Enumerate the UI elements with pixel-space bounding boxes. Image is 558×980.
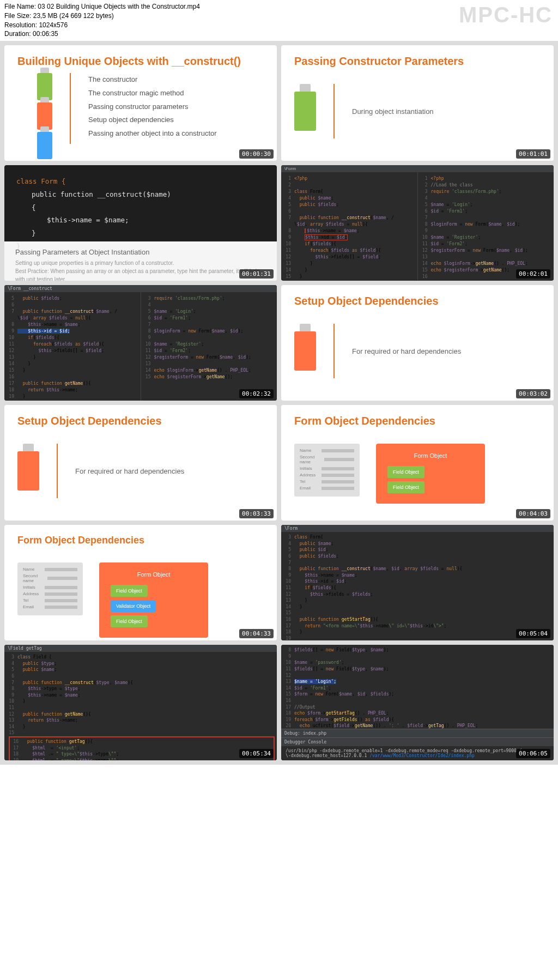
timestamp: 00:00:30 [239,149,274,159]
timestamp: 00:04:33 [239,629,274,638]
bullet-list: The constructor The constructor magic me… [88,73,217,140]
ide-tab: \Form [281,165,554,172]
field-object-badge: Field Object [387,481,424,493]
validator-object-badge: Validator Object [111,600,156,612]
filesize-value: 23,5 MB (24 669 122 bytes) [33,12,114,20]
thumbnail[interactable]: Setup Object Dependencies For required o… [4,405,277,521]
ide-tab: \Form [281,525,554,532]
code-pane: 8$fields[] = new Field($type, $name); 9 … [281,645,554,729]
field-object-badge: Field Object [111,615,148,627]
thumbnail[interactable]: \Form 1<?php 2 3class Form{ 4 public $na… [281,165,554,281]
usb-icon [17,451,39,491]
ide-tab: \Field getTag [4,645,277,652]
usb-icon [17,73,52,159]
code-pane: 3class Field { 4 public $type; 5 public … [4,652,277,760]
debug-tab: Debug: index.php [281,729,554,737]
timestamp: 00:02:01 [516,269,550,279]
divider [70,73,71,144]
thumbnail[interactable]: Setup Object Dependencies For required o… [281,285,554,401]
slide-caption: For required or hard dependencies [352,347,461,355]
slide-title: Setup Object Dependencies [281,285,554,313]
timestamp: 00:03:33 [239,509,274,518]
object-box: Form Object Field Object Field Object [376,444,485,504]
slide-title: Setup Object Dependencies [4,405,277,433]
timestamp: 00:04:03 [516,509,550,518]
description-box: Passing Parameters at Object Instantiati… [4,241,277,281]
code-pane-left: 1<?php 2 3class Form{ 4 public $name; 5 … [281,172,418,280]
code-pane-left: 5 public $fields; 6 7 public function __… [4,292,141,401]
slide-caption: For required or hard dependencies [75,467,184,475]
slide-caption: During object instantiation [352,107,434,116]
code-pane-right: 3require 'classes/Form.php'; 4 5$name = … [141,292,277,401]
app-watermark: MPC-HC [459,3,553,27]
form-mockup: Name Second name Initials Address Tel Em… [294,444,360,497]
ide-tab: \Form __construct [4,285,277,292]
thumbnail[interactable]: \Form __construct 5 public $fields; 6 7 … [4,285,277,401]
thumbnail-grid: Building Unique Objects with __construct… [0,41,558,765]
code-pane: 3class Form{ 4 public $name; 5 public $i… [281,532,554,640]
divider [57,444,58,498]
object-box: Form Object Field Object Validator Objec… [99,562,208,638]
usb-icon [294,331,316,371]
thumbnail[interactable]: Form Object Dependencies Name Second nam… [4,525,277,640]
slide-title: Passing Constructor Parameters [281,45,554,73]
console-tab: Debugger Console [281,737,554,746]
divider [333,324,335,378]
thumbnail[interactable]: Passing Constructor Parameters During ob… [281,45,554,161]
thumbnail[interactable]: 8$fields[] = new Field($type, $name); 9 … [281,645,554,760]
resolution-value: 1024x576 [39,21,68,29]
file-info-header: File Name: 03 02 Building Unique Objects… [0,0,558,41]
timestamp: 00:01:01 [516,149,550,159]
thumbnail[interactable]: \Form 3class Form{ 4 public $name; 5 pub… [281,525,554,640]
timestamp: 00:05:04 [516,629,550,638]
code-pane-right: 1<?php 2//Load the class 3require 'class… [418,172,554,280]
timestamp: 00:05:34 [239,749,274,758]
duration-value: 00:06:35 [33,30,58,38]
thumbnail[interactable]: Building Unique Objects with __construct… [4,45,277,161]
field-object-badge: Field Object [387,466,424,478]
console-output: /usr/bin/php -dxdebug.remote_enable=1 -d… [281,746,554,760]
slide-title: Form Object Dependencies [281,405,554,433]
form-mockup: Name Second name Initials Address Tel Em… [17,562,83,615]
divider [333,84,335,138]
timestamp: 00:01:31 [239,269,274,279]
filename-value: 03 02 Building Unique Objects with the C… [38,3,200,10]
timestamp: 00:06:05 [516,749,550,758]
thumbnail[interactable]: class Form { public function __construct… [4,165,277,281]
timestamp: 00:03:02 [516,389,550,398]
code-block: class Form { public function __construct… [4,165,277,241]
slide-title: Form Object Dependencies [4,525,277,552]
timestamp: 00:02:32 [239,389,274,398]
thumbnail[interactable]: Form Object Dependencies Name Second nam… [281,405,554,521]
field-object-badge: Field Object [111,585,148,597]
thumbnail[interactable]: \Field getTag 3class Field { 4 public $t… [4,645,277,760]
usb-icon [294,92,316,131]
